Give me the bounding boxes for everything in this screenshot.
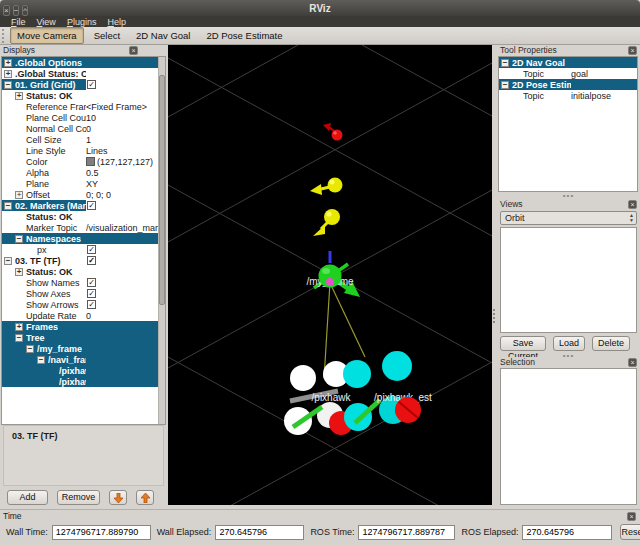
tree-row[interactable]: Update Rate0 xyxy=(2,310,158,321)
tree-row[interactable]: −02. Markers (Mar✓ xyxy=(2,200,158,211)
ros-time-input[interactable] xyxy=(358,525,455,540)
collapse-icon[interactable]: − xyxy=(4,257,12,265)
checkbox-checked[interactable]: ✓ xyxy=(87,278,96,287)
wall-time-input[interactable] xyxy=(52,525,151,540)
tree-row[interactable]: +Offset0; 0; 0 xyxy=(2,189,158,200)
tree-row[interactable]: +Status: OK xyxy=(2,266,158,277)
tree-row[interactable]: −2D Pose Estimate xyxy=(499,79,637,90)
checkbox-checked[interactable]: ✓ xyxy=(87,256,96,265)
load-button[interactable]: Load xyxy=(553,336,585,351)
tree-row[interactable]: Cell Size1 xyxy=(2,134,158,145)
tree-row[interactable]: Show Axes✓ xyxy=(2,288,158,299)
menu-help[interactable]: Help xyxy=(107,17,126,27)
tree-row[interactable]: −Namespaces xyxy=(2,233,158,244)
remove-button[interactable]: Remove xyxy=(57,490,100,505)
tool-move-camera[interactable]: Move Camera xyxy=(10,27,84,44)
tree-row[interactable]: −01. Grid (Grid)✓ xyxy=(2,79,158,90)
tree-value[interactable]: 0; 0; 0 xyxy=(86,190,111,200)
collapse-icon[interactable]: − xyxy=(4,202,12,210)
tree-row[interactable]: −Tree xyxy=(2,332,158,343)
views-close-icon[interactable]: × xyxy=(628,200,637,209)
wall-elapsed-input[interactable] xyxy=(215,525,304,540)
reset-button[interactable]: Reset xyxy=(620,524,640,540)
expand-icon[interactable]: + xyxy=(15,92,23,100)
checkbox-checked[interactable]: ✓ xyxy=(87,201,96,210)
tree-row[interactable]: /pixhawk_est xyxy=(2,376,158,387)
tree-row[interactable]: Marker Topic/visualization_markers xyxy=(2,222,158,233)
scrollbar-thumb[interactable] xyxy=(159,75,165,305)
tree-value[interactable]: 0 xyxy=(86,311,91,321)
expand-icon[interactable]: + xyxy=(4,70,12,78)
menu-plugins[interactable]: Plugins xyxy=(67,17,97,27)
collapse-icon[interactable]: − xyxy=(26,345,34,353)
tree-row[interactable]: Topicinitialpose xyxy=(499,90,637,101)
collapse-icon[interactable]: − xyxy=(15,235,23,243)
tree-value[interactable]: 10 xyxy=(86,113,96,123)
tree-row[interactable]: Alpha0.5 xyxy=(2,167,158,178)
tree-row[interactable]: +.Global Options xyxy=(2,57,158,68)
color-swatch[interactable] xyxy=(86,157,95,166)
tree-value[interactable]: <Fixed Frame> xyxy=(86,102,147,112)
tree-row[interactable]: Line StyleLines xyxy=(2,145,158,156)
view-type-select[interactable]: Orbit ▲▼ xyxy=(500,211,637,225)
menu-view[interactable]: View xyxy=(37,17,56,27)
checkbox-checked[interactable]: ✓ xyxy=(87,80,96,89)
3d-viewport[interactable]: /my_frame /pixhawk /pixhawk_est xyxy=(168,45,492,505)
collapse-icon[interactable]: − xyxy=(4,81,12,89)
collapse-icon[interactable]: − xyxy=(501,81,509,89)
tree-row[interactable]: /pixhawk xyxy=(2,365,158,376)
tree-row[interactable]: Show Names✓ xyxy=(2,277,158,288)
tree-value[interactable]: initialpose xyxy=(571,91,611,101)
tool-select[interactable]: Select xyxy=(88,28,126,43)
tree-value[interactable]: /visualization_markers xyxy=(86,223,158,233)
tree-value[interactable]: 0.5 xyxy=(86,168,99,178)
tool-properties-close-icon[interactable]: × xyxy=(628,46,637,55)
tree-row[interactable]: −03. TF (TF)✓ xyxy=(2,255,158,266)
collapse-icon[interactable]: − xyxy=(15,334,23,342)
tree-row[interactable]: Normal Cell Cou0 xyxy=(2,123,158,134)
collapse-icon[interactable]: − xyxy=(37,356,45,364)
selection-list[interactable] xyxy=(500,368,637,505)
expand-icon[interactable]: + xyxy=(15,323,23,331)
tree-row[interactable]: px✓ xyxy=(2,244,158,255)
expand-icon[interactable]: + xyxy=(15,191,23,199)
displays-close-icon[interactable]: × xyxy=(129,46,138,55)
save-current-button[interactable]: Save Current xyxy=(500,336,546,351)
tool-2d-nav-goal[interactable]: 2D Nav Goal xyxy=(130,28,196,43)
tree-row[interactable]: PlaneXY xyxy=(2,178,158,189)
tree-row[interactable]: Show Arrows✓ xyxy=(2,299,158,310)
toolbar-drag-handle[interactable] xyxy=(2,29,5,43)
expand-icon[interactable]: + xyxy=(15,268,23,276)
move-up-button[interactable] xyxy=(136,490,154,505)
checkbox-checked[interactable]: ✓ xyxy=(87,245,96,254)
tree-row[interactable]: −/my_frame xyxy=(2,343,158,354)
tree-value[interactable]: XY xyxy=(86,179,98,189)
expand-icon[interactable]: + xyxy=(4,59,12,67)
tree-row[interactable]: Plane Cell Count10 xyxy=(2,112,158,123)
tree-value[interactable]: 0 xyxy=(86,124,91,134)
checkbox-checked[interactable]: ✓ xyxy=(87,289,96,298)
collapse-icon[interactable]: − xyxy=(501,59,509,67)
saved-views-list[interactable] xyxy=(500,227,637,333)
tree-value[interactable]: 1 xyxy=(86,135,91,145)
ros-elapsed-input[interactable] xyxy=(522,525,612,540)
tree-row[interactable]: Reference Frame<Fixed Frame> xyxy=(2,101,158,112)
selection-close-icon[interactable]: × xyxy=(628,358,637,367)
displays-scrollbar[interactable] xyxy=(158,57,165,424)
tree-row[interactable]: Topicgoal xyxy=(499,68,637,79)
tree-value[interactable]: (127,127,127) xyxy=(97,157,153,167)
tree-row[interactable]: Color(127,127,127) xyxy=(2,156,158,167)
tree-row[interactable]: Status: OK xyxy=(2,211,158,222)
tool-2d-pose-estimate[interactable]: 2D Pose Estimate xyxy=(200,28,288,43)
tree-row[interactable]: +.Global Status: OK xyxy=(2,68,158,79)
menu-file[interactable]: File xyxy=(11,17,26,27)
tree-row[interactable]: −2D Nav Goal xyxy=(499,57,637,68)
time-close-icon[interactable]: × xyxy=(627,512,636,521)
tree-value[interactable]: goal xyxy=(571,69,588,79)
delete-button[interactable]: Delete xyxy=(592,336,630,351)
checkbox-checked[interactable]: ✓ xyxy=(87,300,96,309)
add-button[interactable]: Add xyxy=(7,490,48,505)
tree-row[interactable]: +Frames xyxy=(2,321,158,332)
tree-row[interactable]: +Status: OK xyxy=(2,90,158,101)
tree-value[interactable]: Lines xyxy=(86,146,108,156)
